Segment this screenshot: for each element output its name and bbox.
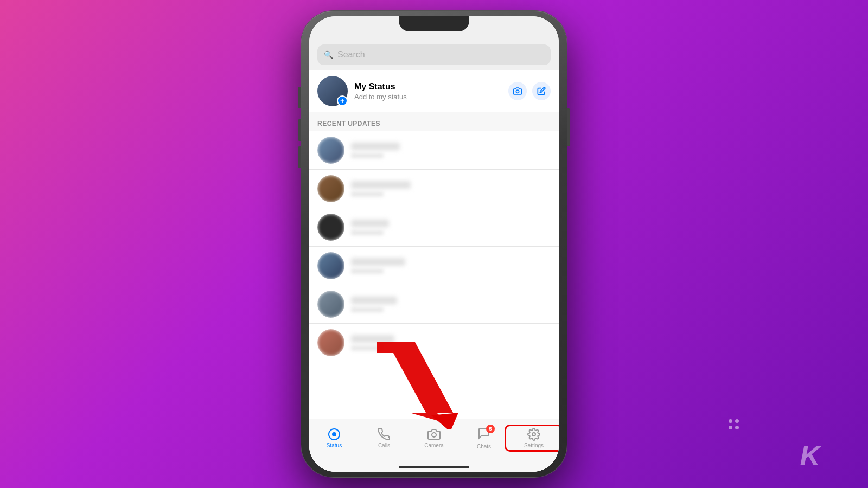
status-actions xyxy=(508,82,551,100)
contact-avatar-1 xyxy=(317,137,344,164)
contact-avatar-2 xyxy=(317,175,344,202)
phone-device: 🔍 Search + M xyxy=(301,8,567,480)
camera-tab-label: Camera xyxy=(424,442,444,448)
svg-point-2 xyxy=(332,432,336,436)
contact-item-1[interactable] xyxy=(309,131,559,170)
edit-action-btn[interactable] xyxy=(532,82,551,100)
contact-info-4 xyxy=(344,258,551,274)
chats-tab-label: Chats xyxy=(477,444,491,450)
contact-item-4[interactable] xyxy=(309,247,559,285)
status-bar xyxy=(309,16,559,40)
contact-item-3[interactable] xyxy=(309,208,559,247)
section-title: RECENT UPDATES xyxy=(317,120,380,127)
status-info: My Status Add to my status xyxy=(348,82,508,101)
tab-bar: Status Calls xyxy=(309,419,559,464)
k-dots xyxy=(729,419,739,429)
contact-avatar-6 xyxy=(317,329,344,356)
search-input[interactable]: 🔍 Search xyxy=(317,44,551,65)
contact-avatar-4 xyxy=(317,252,344,279)
status-icon xyxy=(328,428,341,441)
add-status-badge: + xyxy=(337,95,348,106)
contact-avatar-5 xyxy=(317,291,344,318)
main-area: + My Status Add to my status xyxy=(309,70,559,472)
background: K 🔍 Search xyxy=(0,0,868,488)
contact-item-6[interactable] xyxy=(309,324,559,362)
recent-updates-header: RECENT UPDATES xyxy=(309,112,559,131)
home-indicator xyxy=(399,466,469,468)
tab-status[interactable]: Status xyxy=(309,428,359,448)
tab-calls[interactable]: Calls xyxy=(359,428,409,448)
search-placeholder: Search xyxy=(337,50,365,60)
my-status-avatar: + xyxy=(317,76,348,106)
home-indicator-wrapper xyxy=(309,464,559,472)
notch xyxy=(399,16,469,31)
search-bar: 🔍 Search xyxy=(309,40,559,70)
contact-info-5 xyxy=(344,297,551,312)
svg-point-0 xyxy=(516,90,519,93)
status-subtitle: Add to my status xyxy=(354,93,508,101)
tab-camera[interactable]: Camera xyxy=(409,428,459,448)
my-status-row[interactable]: + My Status Add to my status xyxy=(309,70,559,112)
contact-item-5[interactable] xyxy=(309,285,559,324)
tab-settings[interactable]: Settings xyxy=(509,428,559,448)
status-tab-label: Status xyxy=(327,442,342,448)
tab-chats[interactable]: 5 Chats xyxy=(459,427,509,450)
search-icon: 🔍 xyxy=(324,50,333,59)
camera-action-btn[interactable] xyxy=(508,82,527,100)
contact-avatar-3 xyxy=(317,214,344,241)
phone-screen: 🔍 Search + M xyxy=(309,16,559,472)
app-content: 🔍 Search + M xyxy=(309,40,559,472)
contact-info-2 xyxy=(344,181,551,197)
calls-icon xyxy=(378,428,391,441)
camera-icon xyxy=(427,428,441,441)
settings-highlight-box xyxy=(505,425,559,452)
k-branding: K xyxy=(800,434,819,472)
chats-badge: 5 xyxy=(486,425,495,433)
contact-item-2[interactable] xyxy=(309,170,559,208)
contact-list xyxy=(309,131,559,419)
svg-point-3 xyxy=(432,433,436,437)
contact-info-1 xyxy=(344,143,551,158)
calls-tab-label: Calls xyxy=(378,442,390,448)
status-name: My Status xyxy=(354,82,508,92)
chats-icon-wrapper: 5 xyxy=(477,427,490,442)
k-logo: K xyxy=(800,439,819,472)
contact-info-3 xyxy=(344,220,551,235)
contact-info-6 xyxy=(344,335,551,351)
